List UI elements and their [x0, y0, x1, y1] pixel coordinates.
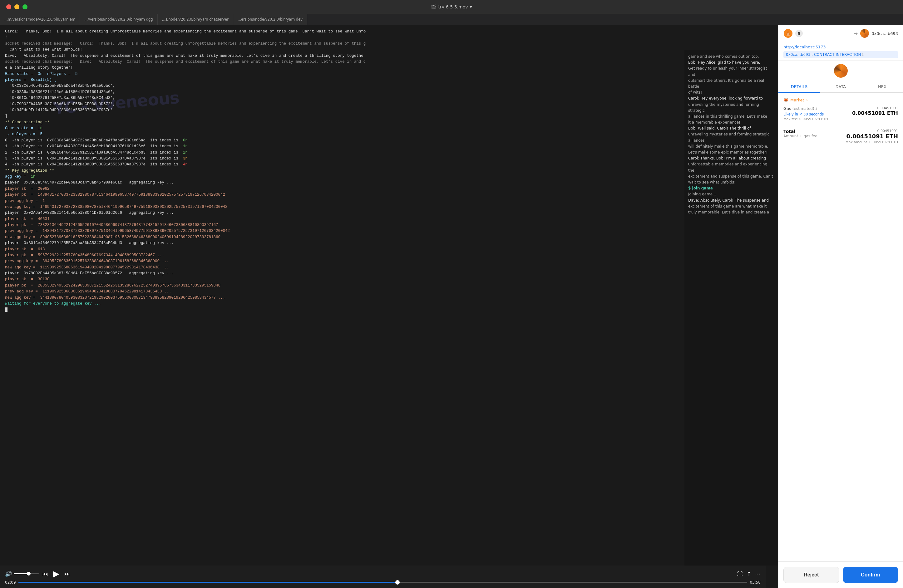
terminal-line: Dave: Absolutely, Carol! The suspense an…	[5, 53, 773, 59]
vc-bar-fill	[19, 582, 398, 583]
chat-line: Joining game...	[688, 191, 774, 197]
vc-total-time: 03:58	[750, 580, 761, 585]
terminal-line: 2 -th player is 0xB01Ce46462279125BE7a3a…	[5, 150, 773, 156]
chat-line: unraveling mysteries and forming strateg…	[688, 131, 774, 143]
terminal-line: player pk = 5967929321225776043548960769…	[5, 253, 773, 258]
terminal-line: socket received chat message: Carol: Tha…	[5, 41, 773, 47]
terminal-line: new agg key = 34418907804059308320721982…	[5, 295, 773, 301]
max-amount-row: Max amount: 0.00591979 ETH	[846, 140, 898, 144]
mm-market-badge: 🦊 Market ›	[783, 98, 898, 102]
metamask-panel: 5 → 0x0ca...b693 http://localhost:5173 0…	[778, 25, 903, 588]
gas-label: Gas (estimated) ℹ	[783, 106, 828, 111]
gas-info-icon: ℹ	[816, 107, 817, 110]
vc-progress-bar[interactable]: 02:09 03:58	[5, 580, 761, 585]
chat-line: $ join game	[688, 186, 774, 191]
share-icon[interactable]: ↑	[747, 571, 751, 577]
vc-volume-fill	[14, 573, 29, 574]
gas-eth: 0.00451091 ETH	[852, 110, 898, 116]
vc-volume-thumb	[27, 572, 31, 575]
arrow-icon: →	[854, 31, 858, 36]
terminal-line: , nplayers = 5	[5, 131, 773, 137]
tab-hex[interactable]: HEX	[862, 81, 903, 93]
tab-yarn-chatserver[interactable]: ...s/node/v20.2.0/bin/yarn chatserver	[158, 14, 233, 25]
terminal-line: '0xC38Ce546549722beF0b8aDca4f8ab45790ae6…	[5, 83, 773, 89]
max-fee-label: Max fee: 0.00591979 ETH	[783, 117, 828, 121]
mm-gas-row: Gas (estimated) ℹ Likely in < 30 seconds…	[783, 106, 898, 121]
vc-right-controls: ⛶ ↑ ⋯	[737, 571, 761, 577]
chat-line: Carol: Hey everyone, looking forward to	[688, 96, 774, 101]
total-eth: 0.00451091 ETH	[846, 133, 898, 140]
chevron-right-icon: ›	[806, 98, 808, 102]
total-right: 0.00451091 0.00451091 ETH Max amount: 0.…	[846, 129, 898, 144]
total-value-small: 0.00451091	[846, 129, 898, 133]
mm-header: 5 → 0x0ca...b693	[779, 25, 903, 42]
terminal-line: player 0x02A6a4DA330E214145e6cb188041D76…	[5, 210, 773, 216]
fast-forward-icon[interactable]: ⏭	[64, 571, 70, 577]
tab-details[interactable]: DETAILS	[779, 81, 820, 93]
mm-header-right: → 0x0ca...b693	[854, 29, 898, 38]
vc-current-time: 02:09	[5, 580, 16, 585]
terminal-line: player sk = 20062	[5, 186, 773, 192]
chat-line: Get ready to unleash your inner strategi…	[688, 66, 774, 77]
mm-notification-count: 5	[795, 30, 803, 37]
tab-yarn-dev[interactable]: ...ersions/node/v20.2.0/bin/yarn dev	[233, 14, 307, 25]
chat-overlay: game and see who comes out on top.Bob: H…	[684, 50, 778, 566]
mm-urlbar: http://localhost:5173 0x0ca...b693 : CON…	[779, 42, 903, 61]
terminal-line: player 0xB01Ce46462279125BE7a3aa86bA5347…	[5, 240, 773, 246]
account-label: 0x0ca...b693	[872, 31, 898, 36]
tabbar: ...m/versions/node/v20.2.0/bin/yarn em .…	[0, 14, 903, 25]
chat-line: wait to see what unfolds!	[688, 179, 774, 186]
terminal-line: prev agg key = 1119099253680636194940820…	[5, 289, 773, 295]
window-controls	[6, 5, 27, 9]
fullscreen-icon[interactable]: ⛶	[737, 571, 743, 577]
confirm-button[interactable]: Confirm	[843, 567, 898, 583]
terminal-line: '0x79002Eb4AD5a387158d6A1EaF55beCF0B8e9D…	[5, 101, 773, 107]
more-icon[interactable]: ⋯	[755, 571, 761, 577]
tab-yarn-em[interactable]: ...m/versions/node/v20.2.0/bin/yarn em	[0, 14, 80, 25]
chat-line: of wits!	[688, 90, 774, 96]
terminal-line: prev agg key = 8940527896369162576238884…	[5, 258, 773, 264]
terminal-line: '0x02A6a4DA330E214145e6cb188041D761601d2…	[5, 89, 773, 95]
chat-line: Let's make some epic memories together!	[688, 149, 774, 156]
mm-gas-left: Gas (estimated) ℹ Likely in < 30 seconds…	[783, 106, 828, 121]
chat-line: excitement and suspense of this game. Ca…	[688, 173, 774, 179]
vc-playback-controls: ⏮ ▶ ⏭	[42, 569, 70, 578]
amount-gas-label: Amount + gas fee	[783, 134, 818, 138]
reject-button[interactable]: Reject	[783, 567, 839, 583]
terminal-line: 4 -th player is 0x94Ede9Fc1412DaDdDDf830…	[5, 162, 773, 168]
chat-line: Dave: Absolutely, Carol! The suspense an…	[688, 198, 774, 203]
terminal-line: waiting for everyone to aggregate key ..…	[5, 301, 773, 307]
vc-volume-bar[interactable]	[14, 573, 39, 574]
tab-yarn-dgg[interactable]: .../versions/node/v20.2.0/bin/yarn dgg	[80, 14, 158, 25]
likely-label: Likely in < 30 seconds	[783, 112, 828, 116]
terminal-line: 1 -th player is 0x02A6a4DA330E214145e6cb…	[5, 143, 773, 149]
terminal-line: player 0xC38Ce546549722beF0b8aDca4f8ab45…	[5, 180, 773, 186]
minimize-button[interactable]	[14, 5, 19, 9]
chat-line: truly memorable. Let's dive in and creat…	[688, 209, 774, 215]
terminal-line: e a thrilling story together!	[5, 65, 773, 71]
terminal-panel[interactable]: Carol: Thanks, Bob! I'm all about creati…	[0, 25, 778, 588]
terminal-line: player pk = 7382813644922124265526107040…	[5, 222, 773, 228]
terminal-line: '0xB01Ce46462279125BE7a3aa86bA534748cEC4…	[5, 95, 773, 101]
mm-total-row: Total Amount + gas fee 0.00451091 0.0045…	[783, 129, 898, 144]
info-icon: ℹ	[862, 53, 863, 57]
terminal-line: ** Key aggregation **	[5, 168, 773, 174]
vc-seekbar[interactable]	[19, 582, 747, 583]
volume-icon[interactable]: 🔊	[5, 571, 12, 577]
total-label: Total	[783, 129, 818, 134]
terminal-line: new agg key = 14894317270337233829807875…	[5, 204, 773, 210]
chat-line: unraveling the mysteries and forming str…	[688, 102, 774, 113]
terminal-line: player sk = 40631	[5, 216, 773, 222]
play-icon[interactable]: ▶	[53, 569, 59, 578]
terminal-line: player sk = 618	[5, 247, 773, 253]
close-button[interactable]	[6, 5, 11, 9]
rewind-icon[interactable]: ⏮	[42, 571, 48, 577]
chevron-down-icon: ▾	[470, 5, 472, 9]
tab-data[interactable]: DATA	[820, 81, 862, 93]
terminal-line: prev agg key = 1	[5, 198, 773, 204]
maximize-button[interactable]	[22, 5, 27, 9]
terminal-line: players = Result(5) [	[5, 77, 773, 83]
video-controls[interactable]: 🔊 ⏮ ▶ ⏭ ⛶ ↑ ⋯ 02:09 03:58	[0, 566, 766, 588]
terminal-line: player 0x79002Eb4AD5a387158d6A1EaF55beCF…	[5, 270, 773, 277]
titlebar: 🎬 try 6-5 5.mov ▾	[0, 0, 903, 14]
